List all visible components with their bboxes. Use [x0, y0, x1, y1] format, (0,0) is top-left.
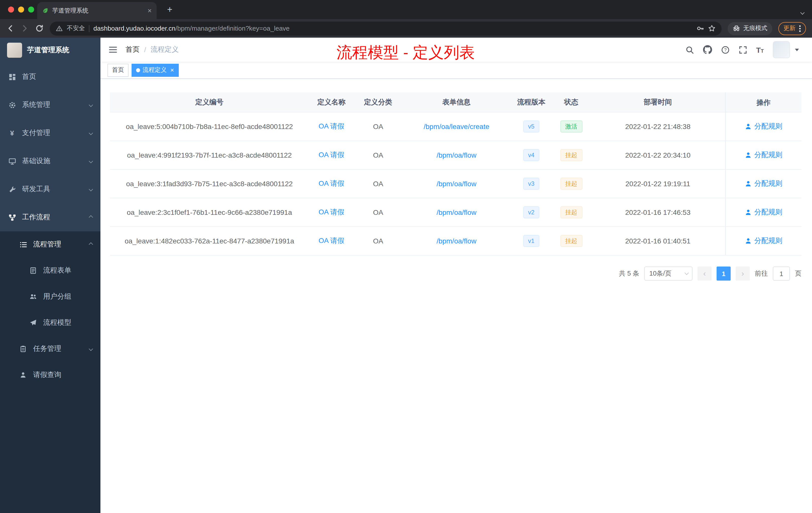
cell-definition-id: oa_leave:3:1fad3d93-7b75-11ec-a3c8-acde4… [110, 170, 309, 198]
definition-name-link[interactable]: OA 请假 [319, 208, 345, 217]
deploy-time: 2022-01-16 01:40:51 [625, 237, 691, 245]
chevron-up-icon [89, 215, 93, 220]
svg-text:?: ? [724, 47, 726, 52]
assign-rule-link[interactable]: 分配规则 [745, 151, 782, 160]
form-info-link[interactable]: /bpm/oa/flow [437, 180, 476, 188]
bookmark-star-icon[interactable] [708, 25, 716, 32]
sidebar-item-task-management[interactable]: 任务管理 [0, 336, 100, 362]
column-header: 定义名称 [309, 98, 354, 107]
deploy-time: 2022-01-22 20:34:10 [625, 151, 691, 159]
sidebar-item-label: 任务管理 [33, 344, 61, 353]
column-header: 定义分类 [354, 98, 402, 107]
table-row: oa_leave:4:991f2193-7b7f-11ec-a3c8-acde4… [110, 141, 802, 170]
sidebar-item-process-management[interactable]: 流程管理 [0, 232, 100, 258]
page-size-select[interactable]: 10条/页 [644, 267, 693, 280]
status-badge: 挂起 [560, 206, 582, 218]
status-badge: 挂起 [560, 149, 582, 161]
form-info-link[interactable]: /bpm/oa/flow [437, 208, 476, 216]
tag-home[interactable]: 首页 [108, 63, 128, 77]
goto-page-input[interactable] [773, 267, 790, 280]
window-zoom-button[interactable] [28, 6, 34, 12]
browser-tab[interactable]: 芋道管理系统 × [37, 2, 157, 19]
tag-close-icon[interactable]: × [170, 67, 174, 73]
cell-form-info: /bpm/oa/flow [402, 198, 511, 227]
github-icon[interactable] [703, 45, 712, 54]
document-icon [29, 267, 37, 274]
cell-version: v1 [511, 227, 552, 255]
sidebar-item-workflow[interactable]: 工作流程 [0, 203, 100, 232]
sidebar-item-devtools[interactable]: 研发工具 [0, 175, 100, 203]
cell-actions: 分配规则 [725, 170, 802, 198]
cell-actions: 分配规则 [725, 198, 802, 227]
breadcrumb-current: 流程定义 [151, 45, 179, 54]
reload-icon[interactable] [35, 24, 44, 33]
assign-rule-link[interactable]: 分配规则 [745, 236, 782, 245]
assign-rule-label: 分配规则 [754, 179, 782, 188]
fullscreen-icon[interactable] [738, 46, 747, 54]
definition-name-link[interactable]: OA 请假 [319, 122, 345, 131]
help-icon[interactable]: ? [721, 46, 729, 54]
app-logo[interactable]: 芋道管理系统 [0, 38, 100, 63]
tag-label: 首页 [112, 66, 124, 74]
assign-rule-label: 分配规则 [754, 151, 782, 160]
window-close-button[interactable] [8, 6, 14, 12]
back-icon[interactable] [6, 24, 14, 33]
breadcrumb-home[interactable]: 首页 [125, 45, 140, 54]
active-dot [136, 68, 140, 72]
definition-name-link[interactable]: OA 请假 [319, 179, 345, 188]
sidebar-item-label: 支付管理 [22, 128, 50, 138]
sidebar-item-payment[interactable]: ¥ 支付管理 [0, 119, 100, 147]
assign-rule-link[interactable]: 分配规则 [745, 122, 782, 131]
prev-page-button[interactable]: ‹ [697, 267, 712, 280]
kebab-menu-icon[interactable] [799, 24, 801, 32]
sidebar-item-process-form[interactable]: 流程表单 [0, 258, 100, 283]
chevron-down-icon[interactable] [795, 49, 799, 51]
goto-label: 前往 [755, 269, 768, 278]
tab-search-icon[interactable] [801, 7, 804, 16]
person-icon [745, 152, 752, 159]
update-chip[interactable]: 更新 [778, 22, 806, 35]
cell-form-info: /bpm/oa/flow [402, 170, 511, 198]
favicon-icon [42, 7, 48, 13]
cell-definition-id: oa_leave:5:004b710b-7b8a-11ec-8ef0-acde4… [110, 113, 309, 141]
hamburger-icon[interactable] [109, 45, 117, 54]
cell-status: 挂起 [552, 170, 590, 198]
font-size-icon[interactable]: TT [756, 46, 764, 54]
table-body: oa_leave:5:004b710b-7b8a-11ec-8ef0-acde4… [110, 113, 802, 255]
sidebar-item-user-group[interactable]: 用户分组 [0, 283, 100, 310]
forward-icon[interactable] [21, 24, 29, 33]
window-minimize-button[interactable] [18, 6, 24, 12]
assign-rule-link[interactable]: 分配规则 [745, 179, 782, 188]
assign-rule-label: 分配规则 [754, 208, 782, 217]
tag-process-definition[interactable]: 流程定义 × [132, 63, 178, 77]
cell-definition-name: OA 请假 [309, 227, 354, 255]
form-info-link[interactable]: /bpm/oa/flow [437, 151, 476, 159]
sidebar-item-system[interactable]: 系统管理 [0, 91, 100, 119]
form-info-link[interactable]: /bpm/oa/leave/create [424, 122, 489, 130]
definition-name-link[interactable]: OA 请假 [319, 151, 345, 160]
sidebar-item-home[interactable]: 首页 [0, 63, 100, 91]
sidebar-item-label: 基础设施 [22, 157, 50, 165]
assign-rule-link[interactable]: 分配规则 [745, 208, 782, 217]
tab-close-icon[interactable]: × [148, 7, 152, 14]
search-icon[interactable] [685, 46, 694, 54]
new-tab-button[interactable]: + [164, 4, 176, 16]
cell-category: OA [354, 113, 402, 141]
current-page-button[interactable]: 1 [717, 267, 731, 280]
security-warning-icon[interactable] [56, 25, 63, 32]
main-area: 首页 / 流程定义 ? TT [100, 38, 812, 513]
sidebar-item-leave-query[interactable]: 请假查询 [0, 362, 100, 388]
total-count: 共 5 条 [619, 269, 639, 278]
next-page-button[interactable]: › [736, 267, 750, 280]
breadcrumb: 首页 / 流程定义 [125, 45, 179, 54]
address-bar[interactable]: 不安全 dashboard.yudao.iocoder.cn/bpm/manag… [50, 21, 722, 35]
definition-name-link[interactable]: OA 请假 [319, 236, 345, 245]
column-header: 操作 [725, 92, 802, 112]
form-info-link[interactable]: /bpm/oa/flow [437, 237, 476, 245]
avatar[interactable] [773, 41, 790, 58]
sidebar-item-label: 用户分组 [43, 292, 71, 301]
sidebar-item-infrastructure[interactable]: 基础设施 [0, 147, 100, 175]
password-key-icon[interactable] [696, 25, 704, 32]
person-icon [19, 371, 27, 379]
sidebar-item-process-model[interactable]: 流程模型 [0, 310, 100, 336]
